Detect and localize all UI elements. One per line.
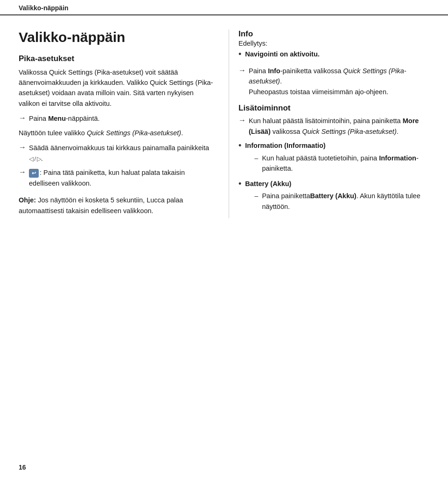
info-arrow-text-1: Paina Info-painiketta valikossa Quick Se… <box>249 66 429 97</box>
main-title: Valikko-näppäin <box>19 29 215 46</box>
lisatoiminnot-arrow-1: → Kun haluat päästä lisätoimintoihin, pa… <box>238 116 429 137</box>
edellytys-label: Edellytys: <box>238 40 429 47</box>
bullet-dot-information: • <box>238 139 241 152</box>
bullet-text-battery: Battery (Akku) – Paina painikettaBattery… <box>245 179 429 214</box>
lisatoiminnot-arrow-text-1: Kun haluat päästä lisätoimintoihin, pain… <box>249 116 429 137</box>
lisatoiminnot-bullet-list: • Information (Informaatio) – Kun haluat… <box>238 140 429 214</box>
information-sub-list: – Kun haluat päästä tuotetietoihin, pain… <box>245 153 429 174</box>
info-arrow-1: → Paina Info-painiketta valikossa Quick … <box>238 66 429 97</box>
page-number: 16 <box>19 464 26 471</box>
arrow-icon-3: → <box>19 168 26 176</box>
sub-dash-1: – <box>254 153 258 163</box>
info-title: Info <box>238 29 429 39</box>
ohje-label: Ohje: <box>19 196 36 204</box>
page-header: Valikko-näppäin <box>0 0 448 15</box>
arrow-item-1: → Paina Menu-näppäintä. <box>19 113 215 124</box>
ohje-box: Ohje: Jos näyttöön ei kosketa 5 sekuntii… <box>19 195 215 216</box>
lisatoiminnot-arrow-icon-1: → <box>238 116 246 125</box>
right-column: Info Edellytys: • Navigointi on aktivoit… <box>229 29 429 218</box>
sub-dash-2: – <box>254 191 258 201</box>
bullet-text-1: Navigointi on aktivoitu. <box>245 49 320 59</box>
info-arrow-icon-1: → <box>238 66 246 75</box>
sub-text-information: Kun haluat päästä tuotetietoihin, paina … <box>262 153 429 174</box>
arrow-text-1: Paina Menu-näppäintä. <box>29 113 100 124</box>
bullet-item-battery: • Battery (Akku) – Paina painikettaBatte… <box>238 179 429 214</box>
arrow-text-3: ↩: Paina tätä painiketta, kun haluat pal… <box>29 167 215 188</box>
lisatoiminnot-section: Lisätoiminnot → Kun haluat päästä lisäto… <box>238 104 429 214</box>
lisatoiminnot-heading: Lisätoiminnot <box>238 104 429 113</box>
bullet-text-information: Information (Informaatio) – Kun haluat p… <box>245 140 429 175</box>
ohje-text: Jos näyttöön ei kosketa 5 sekuntiin, Luc… <box>19 196 183 214</box>
header-title: Valikko-näppäin <box>19 4 69 12</box>
battery-sub-list: – Paina painikettaBattery (Akku). Akun k… <box>245 191 429 212</box>
nav-arrows-icon: ◁ / ▷ <box>29 154 41 164</box>
pika-asetukset-heading: Pika-asetukset <box>19 54 215 63</box>
sub-item-battery: – Paina painikettaBattery (Akku). Akun k… <box>254 191 429 212</box>
info-bullet-list: • Navigointi on aktivoitu. <box>238 49 429 61</box>
bullet-item-information: • Information (Informaatio) – Kun haluat… <box>238 140 429 175</box>
bullet-dot-battery: • <box>238 178 241 191</box>
arrow-item-2: → Säädä äänenvoimakkuus tai kirkkaus pai… <box>19 143 215 164</box>
sub-item-information: – Kun haluat päästä tuotetietoihin, pain… <box>254 153 429 174</box>
left-column: Valikko-näppäin Pika-asetukset Valikossa… <box>19 29 215 218</box>
bullet-dot-1: • <box>238 48 241 61</box>
pika-para2: Näyttöön tulee valikko Quick Settings (P… <box>19 128 215 138</box>
page-content: Valikko-näppäin Pika-asetukset Valikossa… <box>0 15 448 232</box>
sub-text-battery: Paina painikettaBattery (Akku). Akun käy… <box>262 191 429 212</box>
arrow-text-2: Säädä äänenvoimakkuus tai kirkkaus paina… <box>29 143 215 164</box>
back-button-icon: ↩ <box>29 169 39 178</box>
bullet-item-1: • Navigointi on aktivoitu. <box>238 49 429 61</box>
arrow-icon-1: → <box>19 114 26 122</box>
arrow-item-3: → ↩: Paina tätä painiketta, kun haluat p… <box>19 167 215 188</box>
pika-para1: Valikossa Quick Settings (Pika-asetukset… <box>19 67 215 109</box>
arrow-icon-2: → <box>19 143 26 152</box>
